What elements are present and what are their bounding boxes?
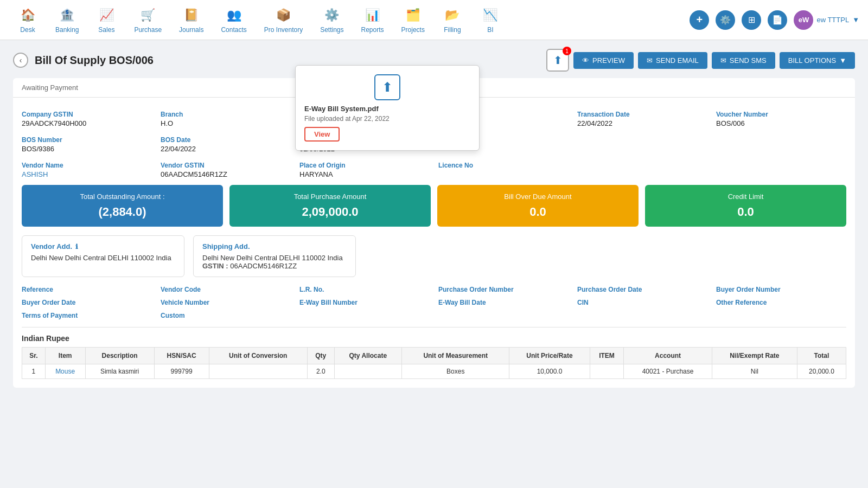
- filling-icon: 📂: [444, 7, 461, 24]
- email-icon: ✉: [647, 56, 653, 65]
- upload-icon: ⬆: [553, 54, 563, 67]
- preview-icon: 👁: [582, 56, 589, 65]
- nav-label-contacts: Contacts: [221, 26, 246, 34]
- grid-button[interactable]: ⊞: [742, 10, 761, 30]
- pro-inventory-icon: 📦: [275, 7, 292, 24]
- info-place-of-origin: Place of Origin HARYANA: [299, 162, 430, 178]
- nav-label-sales: Sales: [98, 26, 114, 34]
- user-label: ew TTTPL: [816, 16, 849, 24]
- table-header: Sr. Item Description HSN/SAC Unit of Con…: [22, 348, 846, 364]
- address-row: Vendor Add. ℹ Delhi New Delhi Central DE…: [22, 235, 846, 277]
- popup-view-button[interactable]: View: [304, 127, 340, 142]
- info-spacer4: [716, 136, 846, 153]
- currency-label: Indian Rupee: [22, 334, 846, 343]
- sidebar-item-projects[interactable]: 🗂️ Projects: [393, 2, 433, 38]
- nav-label-filling: Filling: [444, 26, 461, 34]
- info-vendor-name: Vendor Name ASHISH: [22, 162, 152, 178]
- nav-label-banking: Banking: [55, 26, 79, 34]
- field-eway-bill-number: E-Way Bill Number: [299, 299, 430, 307]
- field-buyer-order-date: Buyer Order Date: [22, 299, 152, 307]
- user-menu[interactable]: eW ew TTTPL ▼: [794, 10, 859, 30]
- file-popup: ⬆ E-Way Bill System.pdf File uploaded at…: [295, 65, 480, 151]
- col-nil-exempt: Nil/Exempt Rate: [712, 348, 797, 364]
- nav-label-desk: Desk: [20, 26, 35, 34]
- col-description: Description: [85, 348, 154, 364]
- back-button[interactable]: ‹: [13, 53, 28, 68]
- items-table: Sr. Item Description HSN/SAC Unit of Con…: [22, 347, 846, 379]
- upload-button[interactable]: ⬆ 1: [546, 49, 569, 72]
- fields-row-2: Buyer Order Date Vehicle Number E-Way Bi…: [22, 299, 846, 307]
- vendor-add-label: Vendor Add.: [31, 242, 72, 251]
- nav-right: + ⚙️ ⊞ 📄 eW ew TTTPL ▼: [690, 10, 859, 30]
- preview-button[interactable]: 👁 PREVIEW: [573, 52, 634, 69]
- info-licence-no: Licence No: [438, 162, 569, 178]
- sidebar-item-purchase[interactable]: 🛒 Purchase: [125, 2, 170, 38]
- sales-icon: 📈: [98, 7, 115, 24]
- fields-row-3: Terms of Payment Custom: [22, 312, 846, 320]
- vendor-address-box: Vendor Add. ℹ Delhi New Delhi Central DE…: [22, 235, 184, 277]
- amount-cards: Total Outstanding Amount : (2,884.0) Tot…: [22, 185, 846, 227]
- contacts-icon: 👥: [225, 7, 242, 24]
- sidebar-item-bi[interactable]: 📉 BI: [471, 2, 509, 38]
- col-unit-measurement: Unit of Measurement: [402, 348, 509, 364]
- shipping-add-label: Shipping Add.: [202, 242, 250, 251]
- total-purchase-card: Total Purchase Amount 2,09,000.0: [229, 185, 431, 227]
- field-other-reference: Other Reference: [716, 299, 846, 307]
- nav-label-projects: Projects: [401, 26, 425, 34]
- info-grid-3: Vendor Name ASHISH Vendor GSTIN 06AADCM5…: [22, 157, 846, 178]
- field-purchase-order-number: Purchase Order Number: [438, 286, 569, 294]
- col-account: Account: [624, 348, 712, 364]
- info-transaction-date: Transaction Date 22/04/2022: [577, 111, 707, 127]
- doc-button[interactable]: 📄: [768, 10, 787, 30]
- add-button[interactable]: +: [690, 10, 709, 30]
- sidebar-item-filling[interactable]: 📂 Filling: [433, 2, 471, 38]
- file-icon: ⬆: [374, 74, 400, 100]
- col-qty-allocate: Qty Allocate: [334, 348, 401, 364]
- nav-label-purchase: Purchase: [134, 26, 162, 34]
- sidebar-item-desk[interactable]: 🏠 Desk: [9, 2, 47, 38]
- shipping-address-box: Shipping Add. Delhi New Delhi Central DE…: [193, 235, 356, 277]
- popup-icon-area: ⬆: [304, 74, 470, 100]
- col-sr: Sr.: [22, 348, 46, 364]
- field-buyer-order-number: Buyer Order Number: [716, 286, 846, 294]
- field-purchase-order-date: Purchase Order Date: [577, 286, 707, 294]
- field-vehicle-number: Vehicle Number: [161, 299, 291, 307]
- field-eway-bill-date: E-Way Bill Date: [438, 299, 569, 307]
- main-card: ⬆ E-Way Bill System.pdf File uploaded at…: [13, 98, 855, 388]
- col-unit-price: Unit Price/Rate: [509, 348, 590, 364]
- main-content: ‹ Bill Of Supply BOS/006 ⬆ 1 👁 PREVIEW ✉…: [0, 40, 868, 488]
- col-hsn-sac: HSN/SAC: [154, 348, 209, 364]
- field-reference: Reference: [22, 286, 152, 294]
- avatar: eW: [794, 10, 813, 30]
- send-email-button[interactable]: ✉ SEND EMAIL: [638, 52, 707, 69]
- sms-icon: ✉: [720, 56, 726, 65]
- nav-label-journals: Journals: [179, 26, 203, 34]
- dropdown-icon: ▼: [839, 56, 846, 65]
- gear-button[interactable]: ⚙️: [716, 10, 735, 30]
- status-badge: Awaiting Payment: [22, 84, 78, 92]
- col-unit-conversion: Unit of Conversion: [209, 348, 307, 364]
- sidebar-item-settings[interactable]: ⚙️ Settings: [311, 2, 352, 38]
- projects-icon: 🗂️: [404, 7, 422, 24]
- field-custom: Custom: [161, 312, 291, 320]
- field-vendor-code: Vendor Code: [161, 286, 291, 294]
- sidebar-item-pro-inventory[interactable]: 📦 Pro Inventory: [256, 2, 311, 38]
- nav-label-reports: Reports: [361, 26, 384, 34]
- settings-icon: ⚙️: [323, 7, 341, 24]
- table-body: 1MouseSimla kasmiri9997992.0Boxes10,000.…: [22, 364, 846, 379]
- send-sms-button[interactable]: ✉ SEND SMS: [712, 52, 775, 69]
- field-terms-of-payment: Terms of Payment: [22, 312, 152, 320]
- col-item: Item: [45, 348, 85, 364]
- field-lr-no: L.R. No.: [299, 286, 430, 294]
- nav-label-pro-inventory: Pro Inventory: [264, 26, 303, 34]
- sidebar-item-reports[interactable]: 📊 Reports: [353, 2, 393, 38]
- top-nav: 🏠 Desk 🏦 Banking 📈 Sales 🛒 Purchase 📔 Jo…: [0, 0, 868, 40]
- sidebar-item-contacts[interactable]: 👥 Contacts: [212, 2, 255, 38]
- sidebar-item-sales[interactable]: 📈 Sales: [87, 2, 125, 38]
- purchase-icon: 🛒: [139, 7, 157, 24]
- info-vendor-gstin: Vendor GSTIN 06AADCM5146R1ZZ: [161, 162, 291, 178]
- sidebar-item-banking[interactable]: 🏦 Banking: [47, 2, 87, 38]
- divider: [22, 327, 846, 328]
- bill-options-button[interactable]: BILL OPTIONS ▼: [780, 52, 855, 69]
- sidebar-item-journals[interactable]: 📔 Journals: [170, 2, 212, 38]
